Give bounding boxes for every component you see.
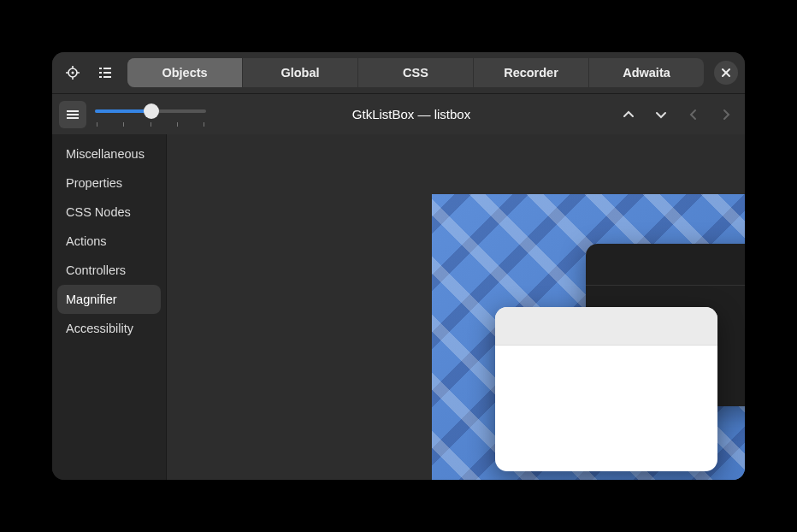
sidebar-item-miscellaneous[interactable]: Miscellaneous <box>57 139 161 168</box>
close-button[interactable] <box>714 61 738 85</box>
svg-rect-11 <box>103 76 111 78</box>
svg-rect-10 <box>99 76 102 78</box>
nav-previous-icon[interactable] <box>682 103 705 127</box>
magnified-preview <box>432 194 745 480</box>
tab-adwaita[interactable]: Adwaita <box>589 58 704 87</box>
tab-global[interactable]: Global <box>243 58 358 87</box>
sidebar: Miscellaneous Properties CSS Nodes Actio… <box>52 134 167 480</box>
object-title: GtkListBox — listbox <box>211 107 611 121</box>
sidebar-item-accessibility[interactable]: Accessibility <box>57 314 161 343</box>
collapse-up-icon[interactable] <box>617 103 641 127</box>
expand-down-icon[interactable] <box>649 103 673 127</box>
view-switcher: Objects Global CSS Recorder Adwaita <box>127 58 704 87</box>
sidebar-item-controllers[interactable]: Controllers <box>57 256 161 285</box>
preview-light-window-header <box>495 307 717 346</box>
svg-rect-15 <box>67 114 79 115</box>
sub-headerbar: GtkListBox — listbox <box>52 93 745 134</box>
sidebar-item-actions[interactable]: Actions <box>57 227 161 256</box>
sidebar-item-css-nodes[interactable]: CSS Nodes <box>57 198 161 227</box>
svg-rect-8 <box>99 72 102 74</box>
inspector-window: Objects Global CSS Recorder Adwaita GtkL… <box>52 52 745 480</box>
body: Miscellaneous Properties CSS Nodes Actio… <box>52 134 745 480</box>
zoom-slider-thumb[interactable] <box>144 103 159 119</box>
sidebar-item-properties[interactable]: Properties <box>57 168 161 198</box>
svg-rect-7 <box>103 68 111 69</box>
svg-point-1 <box>72 72 74 74</box>
nav-next-icon[interactable] <box>714 103 738 127</box>
tree-icon[interactable] <box>92 59 119 86</box>
zoom-slider[interactable] <box>95 99 206 130</box>
svg-rect-6 <box>99 68 102 69</box>
target-icon[interactable] <box>59 59 86 86</box>
svg-rect-14 <box>67 110 79 112</box>
headerbar: Objects Global CSS Recorder Adwaita <box>52 52 745 93</box>
svg-rect-16 <box>67 117 79 119</box>
sidebar-item-magnifier[interactable]: Magnifier <box>57 285 161 314</box>
tab-recorder[interactable]: Recorder <box>474 58 589 87</box>
tab-objects[interactable]: Objects <box>127 58 243 87</box>
nav-group <box>617 103 738 127</box>
magnifier-viewport[interactable] <box>167 134 745 480</box>
svg-rect-9 <box>103 72 111 74</box>
sidebar-toggle-button[interactable] <box>59 101 86 128</box>
preview-light-window <box>495 307 717 471</box>
tab-css[interactable]: CSS <box>358 58 474 87</box>
